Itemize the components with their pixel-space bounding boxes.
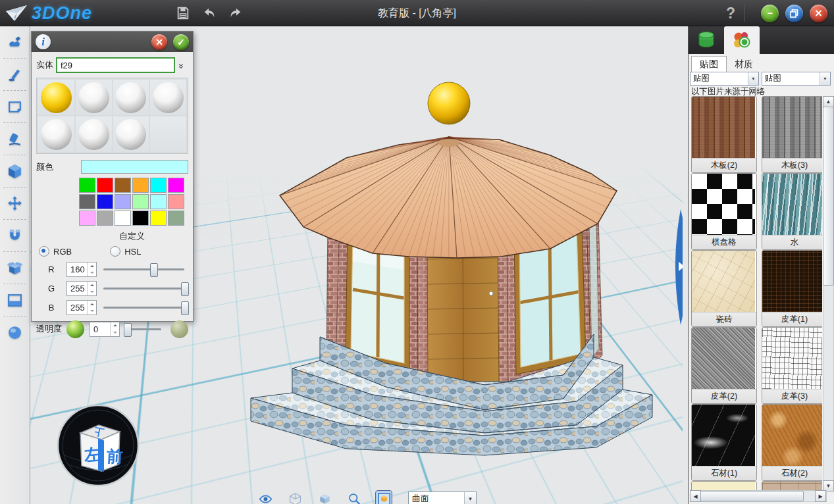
color-swatch[interactable] [168, 211, 184, 226]
scroll-right-button[interactable]: ▶ [815, 490, 826, 502]
nav-cube-left-label[interactable]: 左 [83, 444, 101, 464]
color-swatch[interactable] [115, 194, 131, 209]
eye-button[interactable] [257, 491, 273, 504]
tab-textures[interactable]: 贴图 [691, 56, 727, 72]
texture-category-dropdown[interactable]: 贴图 ▼ [690, 72, 759, 86]
color-swatch[interactable] [115, 178, 131, 193]
minimize-button[interactable]: − [761, 5, 779, 22]
color-swatch[interactable] [132, 194, 149, 209]
confirm-button[interactable]: ✓ [173, 34, 189, 50]
info-icon[interactable]: i [36, 34, 51, 49]
b-value-input[interactable]: 255 [66, 300, 97, 315]
spinner-arrows-icon[interactable] [87, 301, 96, 315]
vertical-scroll-thumb[interactable] [823, 107, 834, 286]
horizontal-scroll-thumb[interactable] [700, 491, 804, 501]
display-mode-dropdown[interactable]: 曲面▼ [408, 491, 477, 504]
color-swatch[interactable] [97, 194, 113, 209]
material-sphere-silver[interactable] [113, 80, 149, 115]
texture-card[interactable]: 皮革(3) [762, 327, 822, 404]
color-swatch[interactable] [79, 211, 95, 226]
magnet-tool[interactable] [0, 220, 30, 252]
texture-thumbnail[interactable] [692, 405, 755, 466]
g-value-input[interactable]: 255 [66, 281, 97, 296]
color-swatch[interactable] [97, 178, 113, 193]
spinner-arrows-icon[interactable] [87, 263, 96, 276]
wireframe-cube-button[interactable] [287, 491, 303, 504]
zoom-button[interactable] [346, 491, 362, 504]
slider-thumb[interactable] [150, 263, 158, 277]
texture-card[interactable] [762, 481, 822, 490]
texture-card[interactable]: 皮革(1) [762, 250, 822, 327]
texture-card[interactable]: 石材(2) [762, 404, 822, 481]
spinner-arrows-icon[interactable] [87, 282, 96, 295]
cube-tool[interactable] [0, 155, 30, 188]
texture-thumbnail[interactable] [692, 174, 755, 235]
opacity-value-input[interactable]: 0 [90, 322, 120, 337]
pen-tool[interactable] [0, 59, 30, 91]
texture-card[interactable]: 木板(3) [762, 96, 822, 173]
expand-chevron-icon[interactable]: » [175, 60, 188, 71]
panel-collapse-button[interactable] [672, 208, 683, 326]
color-swatch[interactable] [132, 178, 149, 193]
color-swatch[interactable] [150, 194, 167, 209]
sketch-plane-tool[interactable] [0, 91, 30, 123]
custom-color-link[interactable]: 自定义 [76, 230, 188, 242]
color-swatch[interactable] [132, 211, 149, 226]
slider-thumb[interactable] [181, 301, 189, 315]
color-swatch[interactable] [150, 211, 167, 226]
texture-thumbnail[interactable] [762, 328, 822, 389]
texture-thumbnail[interactable] [762, 405, 822, 466]
restore-button[interactable] [785, 5, 803, 22]
materials-palette-tab[interactable] [724, 26, 760, 54]
tab-materials[interactable]: 材质 [727, 56, 761, 72]
texture-thumbnail[interactable] [692, 328, 755, 389]
slider-thumb[interactable] [181, 282, 189, 296]
material-sphere-silver[interactable] [150, 80, 186, 115]
color-swatch[interactable] [168, 194, 184, 209]
texture-card[interactable]: 瓷砖 [691, 250, 757, 327]
cancel-button[interactable]: ✕ [151, 34, 167, 50]
texture-card[interactable]: 水 [762, 173, 822, 250]
spinner-arrows-icon[interactable] [110, 322, 119, 336]
move-tool[interactable] [0, 188, 30, 220]
texture-thumbnail[interactable] [762, 97, 822, 158]
eraser-tool[interactable] [0, 123, 30, 155]
shaded-cube-button[interactable] [317, 491, 332, 504]
material-sphere-silver[interactable] [76, 80, 112, 115]
help-button[interactable]: ? [717, 5, 744, 22]
texture-thumbnail[interactable] [692, 251, 755, 312]
texture-card[interactable]: 木板(2) [691, 96, 757, 173]
library-database-tab[interactable] [689, 26, 724, 54]
g-slider[interactable] [103, 282, 184, 295]
render-mode-button[interactable] [376, 491, 392, 504]
entity-input[interactable]: f29 [56, 57, 175, 73]
texture-thumbnail[interactable] [692, 97, 755, 158]
redo-button[interactable] [224, 3, 247, 23]
r-slider[interactable] [103, 263, 184, 276]
material-sphere-gold[interactable] [38, 80, 74, 115]
color-swatch[interactable] [168, 178, 184, 193]
save-button[interactable] [172, 3, 194, 23]
texture-card[interactable]: 石材(1) [691, 404, 757, 481]
scroll-up-button[interactable]: ▲ [823, 96, 834, 107]
undo-button[interactable] [198, 3, 221, 23]
texture-thumbnail[interactable] [762, 251, 822, 312]
texture-thumbnail[interactable] [692, 482, 755, 490]
close-button[interactable]: ✕ [810, 5, 827, 22]
slider-thumb[interactable] [124, 323, 132, 337]
sphere-tool[interactable] [0, 316, 30, 349]
color-swatch[interactable] [79, 194, 95, 209]
open-box-tool[interactable] [0, 252, 30, 284]
texture-card[interactable] [691, 481, 757, 490]
texture-card[interactable]: 皮革(2) [691, 327, 757, 404]
scroll-left-button[interactable]: ◀ [690, 490, 701, 502]
texture-subcategory-dropdown[interactable]: 贴图 ▼ [762, 72, 831, 86]
color-swatch[interactable] [115, 211, 131, 226]
hsl-radio[interactable]: HSL [110, 246, 141, 257]
r-value-input[interactable]: 160 [66, 262, 97, 277]
b-slider[interactable] [103, 301, 184, 315]
color-swatch[interactable] [79, 178, 95, 193]
shapes-tool[interactable] [0, 26, 30, 59]
material-sphere-silver[interactable] [76, 116, 112, 152]
nav-cube-front-label[interactable]: 前 [105, 447, 123, 466]
